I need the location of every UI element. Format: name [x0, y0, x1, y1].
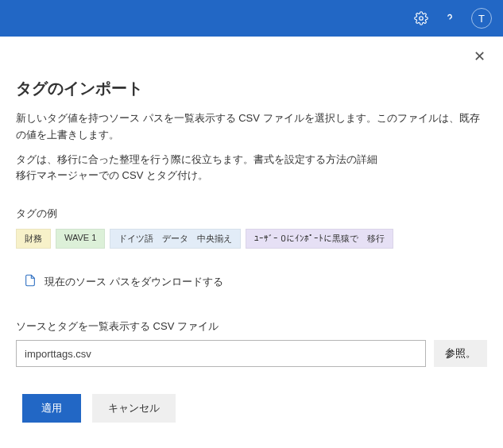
example-tag: 財務	[16, 229, 51, 249]
tag-examples-label: タグの例	[16, 207, 487, 221]
cancel-button[interactable]: キャンセル	[92, 394, 176, 423]
file-select-row: 参照。	[16, 340, 487, 367]
download-source-paths-link[interactable]: 現在のソース パスをダウンロードする	[24, 272, 487, 291]
svg-point-0	[420, 17, 424, 21]
download-label: 現在のソース パスをダウンロードする	[44, 275, 223, 289]
example-tag: ドイツ語 データ 中央揃え	[110, 229, 241, 249]
dialog-footer: 適用 キャンセル	[22, 394, 487, 423]
apply-button[interactable]: 適用	[22, 394, 81, 423]
example-tag: WAVE 1	[56, 229, 105, 249]
desc-line-a: タグは、移行に合った整理を行う際に役立ちます。書式を設定する方法の詳細	[16, 153, 377, 165]
help-icon[interactable]	[443, 11, 457, 25]
page-title: タグのインポート	[16, 78, 487, 99]
user-avatar[interactable]: T	[471, 8, 492, 29]
desc-line-b: 移行マネージャーでの CSV とタグ付け。	[16, 169, 208, 181]
description-secondary: タグは、移行に合った整理を行う際に役立ちます。書式を設定する方法の詳細 移行マネ…	[16, 152, 487, 185]
gear-icon[interactable]	[414, 11, 428, 25]
top-bar: T	[0, 0, 503, 37]
csv-field-label: ソースとタグを一覧表示する CSV ファイル	[16, 319, 487, 334]
import-tags-panel: ✕ タグのインポート 新しいタグ値を持つソース パスを一覧表示する CSV ファ…	[0, 37, 503, 446]
close-icon[interactable]: ✕	[470, 44, 489, 68]
csv-filename-input[interactable]	[16, 340, 426, 367]
browse-button[interactable]: 参照。	[434, 340, 487, 367]
description-primary: 新しいタグ値を持つソース パスを一覧表示する CSV ファイルを選択します。この…	[16, 110, 487, 144]
example-tag: ﾕｰｻﾞｰ 0にｲﾝﾎﾟｰﾄに黒猿で 移行	[246, 229, 393, 249]
file-icon	[24, 272, 37, 291]
tag-examples-row: 財務 WAVE 1 ドイツ語 データ 中央揃え ﾕｰｻﾞｰ 0にｲﾝﾎﾟｰﾄに黒…	[16, 229, 487, 249]
